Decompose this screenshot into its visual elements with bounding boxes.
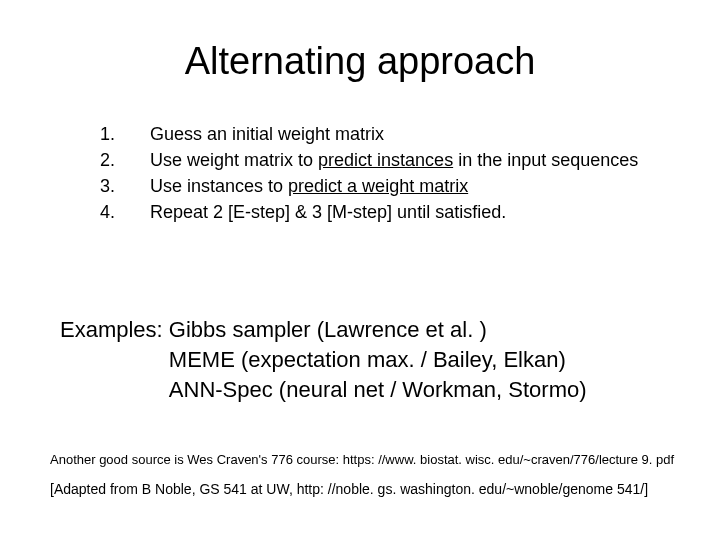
example-line: ANN-Spec (neural net / Workman, Stormo): [169, 375, 587, 405]
credit-line: [Adapted from B Noble, GS 541 at UW, htt…: [30, 481, 690, 497]
list-number: 2.: [100, 147, 122, 173]
numbered-list: 1. Guess an initial weight matrix 2. Use…: [30, 121, 690, 225]
slide-title: Alternating approach: [30, 40, 690, 83]
list-number: 3.: [100, 173, 122, 199]
list-text: Use instances to predict a weight matrix: [150, 173, 468, 199]
footnote: Another good source is Wes Craven's 776 …: [30, 452, 690, 467]
example-line: Gibbs sampler (Lawrence et al. ): [169, 315, 587, 345]
examples-block: Examples: Gibbs sampler (Lawrence et al.…: [30, 315, 690, 404]
examples-label: Examples:: [60, 315, 169, 404]
list-item: 3. Use instances to predict a weight mat…: [100, 173, 690, 199]
list-number: 4.: [100, 199, 122, 225]
slide: Alternating approach 1. Guess an initial…: [0, 0, 720, 540]
list-text: Guess an initial weight matrix: [150, 121, 384, 147]
list-item: 1. Guess an initial weight matrix: [100, 121, 690, 147]
list-number: 1.: [100, 121, 122, 147]
list-text: Use weight matrix to predict instances i…: [150, 147, 638, 173]
list-item: 4. Repeat 2 [E-step] & 3 [M-step] until …: [100, 199, 690, 225]
examples-lines: Gibbs sampler (Lawrence et al. ) MEME (e…: [169, 315, 587, 404]
example-line: MEME (expectation max. / Bailey, Elkan): [169, 345, 587, 375]
list-text: Repeat 2 [E-step] & 3 [M-step] until sat…: [150, 199, 506, 225]
list-item: 2. Use weight matrix to predict instance…: [100, 147, 690, 173]
